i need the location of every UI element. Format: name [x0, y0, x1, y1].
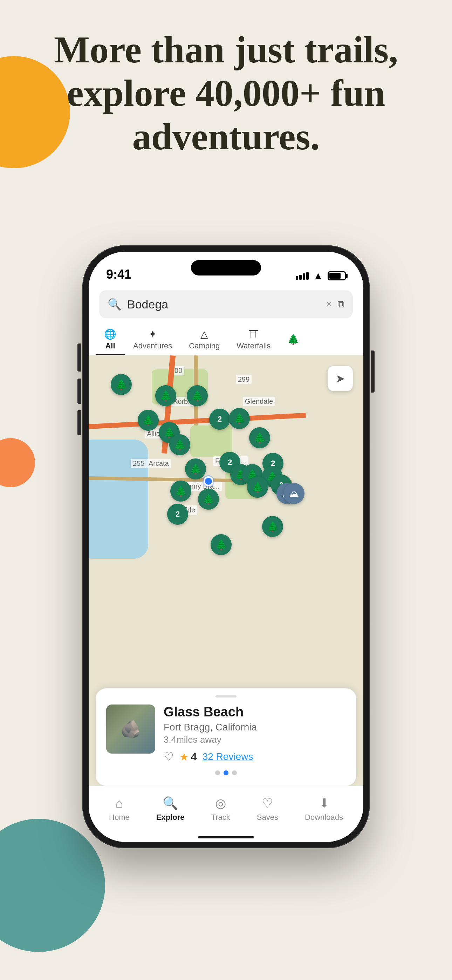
trail-icon: 🌲 [202, 493, 215, 505]
water-body [89, 439, 148, 559]
silent-switch [78, 347, 81, 365]
tab-waterfalls-label: Waterfalls [237, 341, 271, 350]
signal-bar-3 [303, 274, 305, 280]
map-pin-mountain-2[interactable]: ⛰ [283, 483, 304, 504]
card-title: Glass Beach [164, 705, 346, 719]
pagination-dot-1 [215, 770, 220, 775]
volume-up-button [78, 379, 81, 404]
map-pin-9[interactable]: 🌲 [185, 458, 206, 479]
nav-item-explore[interactable]: 🔍 Explore [156, 796, 185, 822]
nav-explore-label: Explore [156, 813, 185, 822]
tab-camping-icon: △ [201, 328, 208, 340]
pagination-dot-3 [232, 770, 237, 775]
search-filter-button[interactable]: ⧉ [337, 299, 344, 310]
place-label-arcata: Arcata [146, 459, 171, 468]
card-image-inner: 🪨 [106, 705, 155, 754]
map-pin-13[interactable]: 🌲 [247, 477, 268, 498]
pagination-dot-2 [224, 770, 228, 775]
battery-icon [328, 271, 346, 280]
user-location-dot [204, 476, 213, 486]
trail-icon: 🌲 [233, 413, 246, 425]
wifi-icon: ▲ [313, 270, 323, 282]
trail-icon: 🌲 [189, 463, 202, 475]
battery-fill [329, 273, 341, 278]
track-icon: ◎ [215, 796, 226, 811]
map-pin-14[interactable]: 🌲 [170, 480, 191, 501]
pagination-dots [106, 770, 346, 775]
map-pin-1[interactable]: 🌲 [111, 374, 132, 395]
save-button[interactable]: ♡ [164, 750, 174, 764]
status-icons: ▲ [296, 270, 346, 282]
card-info: Glass Beach Fort Bragg, California 3.4mi… [164, 705, 346, 764]
card-distance: 3.4miles away [164, 734, 346, 745]
home-indicator [198, 836, 254, 838]
phone-frame: 9:41 ▲ 🔍 Bodega [82, 245, 370, 848]
nav-item-home[interactable]: ⌂ Home [109, 796, 130, 822]
location-button[interactable]: ➤ [328, 366, 353, 391]
road-label-255: 255 [131, 459, 146, 468]
map-pin-7[interactable]: 🌲 [169, 434, 190, 455]
card-content: 🪨 Glass Beach Fort Bragg, California 3.4… [106, 705, 346, 764]
tab-adventures[interactable]: ✦ Adventures [125, 324, 180, 355]
phone-screen: 9:41 ▲ 🔍 Bodega [89, 252, 363, 842]
trail-icon: 🌲 [254, 432, 266, 444]
nav-item-downloads[interactable]: ⬇ Downloads [305, 796, 343, 822]
tab-camping[interactable]: △ Camping [180, 324, 228, 355]
signal-bar-2 [299, 275, 302, 280]
road-label-299: 299 [236, 375, 251, 384]
status-time: 9:41 [106, 267, 131, 282]
mountain-icon: ⛰ [289, 488, 299, 500]
category-tabs: 🌐 All ✦ Adventures △ Camping ⛩ Waterfall… [89, 324, 363, 355]
tab-scenic[interactable]: 🌲 [279, 324, 308, 355]
trail-icon: 🌲 [160, 390, 172, 402]
search-clear-button[interactable]: × [326, 299, 332, 310]
search-icon: 🔍 [108, 298, 122, 311]
place-card[interactable]: 🪨 Glass Beach Fort Bragg, California 3.4… [95, 688, 357, 786]
map-pin-3[interactable]: 🌲 [187, 385, 208, 406]
trail-icon: 🌲 [267, 521, 279, 532]
hero-title: More than just trails, explore 40,000+ f… [21, 28, 431, 159]
tab-camping-label: Camping [189, 341, 220, 350]
trail-icon: 🌲 [175, 485, 187, 497]
map-cluster-1[interactable]: 2 [209, 409, 230, 430]
trail-icon: 🌲 [142, 415, 154, 426]
nav-downloads-label: Downloads [305, 813, 343, 822]
trail-icon: 🌲 [191, 390, 204, 402]
map-pin-15[interactable]: 🌲 [198, 488, 219, 510]
trail-icon: 🌲 [215, 539, 228, 550]
saves-icon: ♡ [262, 796, 273, 811]
trail-icon: 🌲 [174, 439, 186, 451]
decorative-circle-orange-small [0, 438, 35, 487]
tab-all[interactable]: 🌐 All [95, 324, 125, 355]
nav-item-track[interactable]: ◎ Track [211, 796, 230, 822]
map-pin-17[interactable]: 🌲 [210, 534, 232, 555]
signal-bar-1 [296, 276, 298, 280]
map-pin-8[interactable]: 🌲 [249, 427, 270, 448]
place-label-glendale: Glendale [243, 397, 275, 406]
volume-down-button [78, 410, 81, 435]
map-pin-4[interactable]: 🌲 [138, 410, 159, 431]
nav-item-saves[interactable]: ♡ Saves [257, 796, 278, 822]
reviews-link[interactable]: 32 Reviews [202, 751, 253, 762]
location-icon: ➤ [336, 372, 345, 385]
map-pin-2[interactable]: 🌲 [155, 385, 176, 406]
card-image: 🪨 [106, 705, 155, 754]
hero-section: More than just trails, explore 40,000+ f… [0, 28, 452, 159]
tab-scenic-icon: 🌲 [287, 334, 299, 345]
rating-number: 4 [191, 751, 197, 763]
trail-icon: 🌲 [251, 482, 264, 493]
explore-icon: 🔍 [162, 796, 178, 811]
search-input[interactable]: Bodega [127, 298, 326, 311]
map-pin-16[interactable]: 🌲 [262, 516, 283, 537]
star-rating: ★ 4 [180, 751, 197, 763]
phone-mockup: 9:41 ▲ 🔍 Bodega [82, 245, 370, 848]
tab-waterfalls-icon: ⛩ [249, 328, 259, 340]
search-bar[interactable]: 🔍 Bodega × ⧉ [99, 290, 353, 318]
tab-adventures-label: Adventures [133, 341, 172, 350]
map-pin-5[interactable]: 🌲 [229, 408, 250, 429]
dynamic-island [191, 260, 261, 275]
map-cluster-5[interactable]: 2 [167, 504, 188, 525]
signal-bars-icon [296, 272, 309, 280]
star-icon: ★ [180, 751, 189, 763]
tab-waterfalls[interactable]: ⛩ Waterfalls [228, 324, 279, 355]
